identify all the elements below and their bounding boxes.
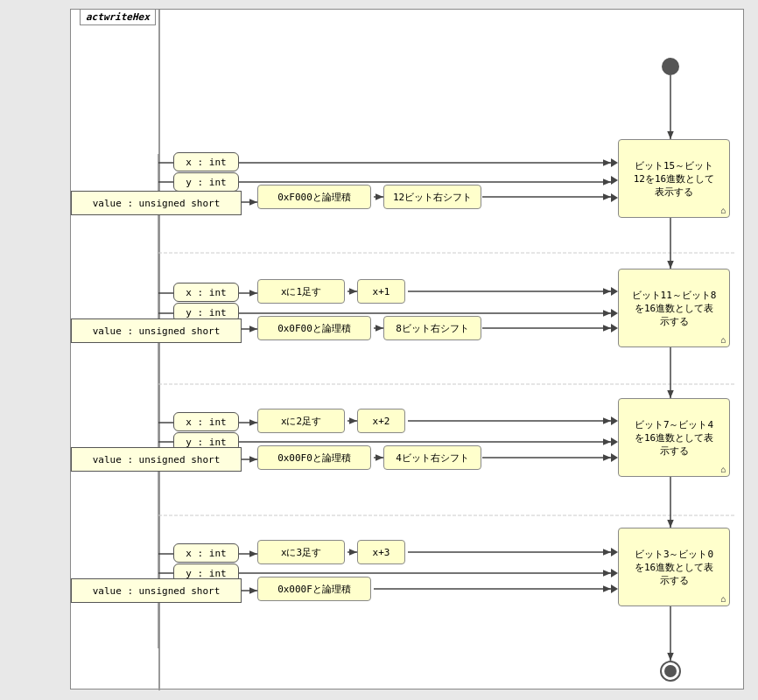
g1-action-label: ビット15～ビット12を16進数として表示する [634,159,715,199]
g2-action: ビット11～ビット8を16進数として表示する ⌂ [618,269,730,347]
svg-marker-58 [611,569,618,578]
g1-shift12: 12ビット右シフト [383,185,481,209]
g4-xplus3: x+3 [357,540,405,564]
g2-shift8: 8ビット右シフト [383,316,481,340]
g4-pin-icon: ⌂ [720,594,726,604]
svg-marker-52 [611,309,618,318]
g3-action: ビット7～ビット4を16進数として表示する ⌂ [618,398,730,477]
g4-add3: xに3足す [257,540,345,564]
g2-and-0f00: 0x0F00と論理積 [257,316,371,340]
g1-value: value : unsigned short [71,191,242,215]
svg-marker-49 [611,176,618,185]
svg-marker-59 [611,584,618,593]
g1-action: ビット15～ビット12を16進数として表示する ⌂ [618,139,730,218]
g3-and-00f0: 0x00F0と論理積 [257,445,371,470]
initial-node [662,58,679,75]
g4-value: value : unsigned short [71,578,242,603]
g3-x-int: x : int [173,412,239,431]
g1-and-f000: 0xF000と論理積 [257,185,371,209]
g2-value: value : unsigned short [71,318,242,343]
g1-pin-icon: ⌂ [720,206,726,215]
g4-x-int: x : int [173,543,239,563]
g1-y-int: y : int [173,172,239,192]
g3-xplus2: x+2 [357,409,405,433]
g2-x-int: x : int [173,283,239,302]
svg-marker-57 [611,548,618,556]
svg-marker-48 [611,158,618,167]
frame-label-rest: writeHex [103,11,150,23]
final-node [660,661,681,682]
final-node-inner [664,665,677,677]
g2-add1: xに1足す [257,279,345,304]
g3-pin-icon: ⌂ [720,465,726,474]
svg-marker-51 [611,287,618,296]
g4-action: ビット3～ビット0を16進数として表示する ⌂ [618,528,730,606]
g4-action-label: ビット3～ビット0を16進数として表示する [635,548,713,587]
diagram-container: actwriteHex [0,0,758,700]
g4-and-000f: 0x000Fと論理積 [257,577,371,601]
svg-marker-50 [611,193,618,202]
svg-marker-54 [611,416,618,425]
main-frame: actwriteHex [70,9,744,690]
svg-marker-56 [611,453,618,462]
g2-action-label: ビット11～ビット8を16進数として表示する [632,289,717,328]
g3-add2: xに2足す [257,409,345,433]
g3-action-label: ビット7～ビット4を16進数として表示する [635,418,713,458]
g3-value: value : unsigned short [71,447,242,472]
g2-xplus1: x+1 [357,279,405,304]
g2-pin-icon: ⌂ [720,335,726,345]
g1-x-int: x : int [173,152,239,172]
svg-marker-55 [611,438,618,446]
frame-label-bold: act [86,11,103,23]
g3-shift4: 4ビット右シフト [383,445,481,470]
frame-label: actwriteHex [80,9,156,25]
svg-marker-53 [611,324,618,332]
